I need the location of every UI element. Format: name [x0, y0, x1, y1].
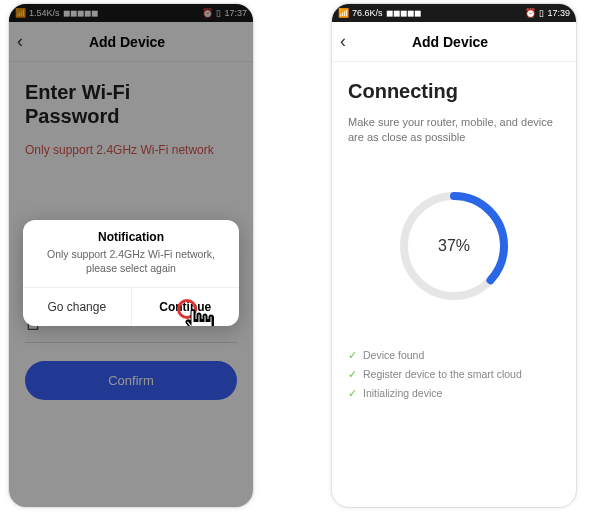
alarm-icon: ⏰ — [525, 8, 536, 18]
step-label: Register device to the smart cloud — [363, 368, 522, 380]
status-bar: 📶 76.6K/s ◼◼◼◼◼ ⏰ ▯ 17:39 — [332, 4, 576, 22]
step-label: Device found — [363, 349, 424, 361]
check-icon: ✓ — [348, 368, 357, 381]
steps-list: ✓ Device found ✓ Register device to the … — [348, 346, 560, 403]
connecting-heading: Connecting — [348, 80, 560, 103]
step-item: ✓ Initializing device — [348, 384, 560, 403]
progress-percent: 37% — [394, 186, 514, 306]
content-area: Connecting Make sure your router, mobile… — [332, 62, 576, 507]
status-icons: ◼◼◼◼◼ — [386, 8, 421, 18]
network-speed: 76.6K/s — [352, 8, 383, 18]
step-label: Initializing device — [363, 387, 442, 399]
notification-dialog: Notification Only support 2.4GHz Wi-Fi n… — [23, 220, 239, 326]
continue-button[interactable]: Continue — [132, 288, 240, 326]
dialog-message: Only support 2.4GHz Wi-Fi network, pleas… — [23, 248, 239, 287]
phone-right: 📶 76.6K/s ◼◼◼◼◼ ⏰ ▯ 17:39 ‹ Add Device C… — [331, 3, 577, 508]
progress-circle: 37% — [394, 186, 514, 306]
phone-left: 📶 1.54K/s ◼◼◼◼◼ ⏰ ▯ 17:37 ‹ Add Device E… — [8, 3, 254, 508]
app-bar: ‹ Add Device — [332, 22, 576, 62]
step-item: ✓ Register device to the smart cloud — [348, 365, 560, 384]
check-icon: ✓ — [348, 387, 357, 400]
clock: 17:39 — [547, 8, 570, 18]
connecting-subtitle: Make sure your router, mobile, and devic… — [348, 115, 560, 146]
page-title: Add Device — [332, 34, 568, 50]
battery-icon: ▯ — [539, 8, 544, 18]
step-item: ✓ Device found — [348, 346, 560, 365]
signal-icon: 📶 — [338, 8, 349, 18]
check-icon: ✓ — [348, 349, 357, 362]
go-change-button[interactable]: Go change — [23, 288, 132, 326]
dialog-title: Notification — [23, 220, 239, 248]
